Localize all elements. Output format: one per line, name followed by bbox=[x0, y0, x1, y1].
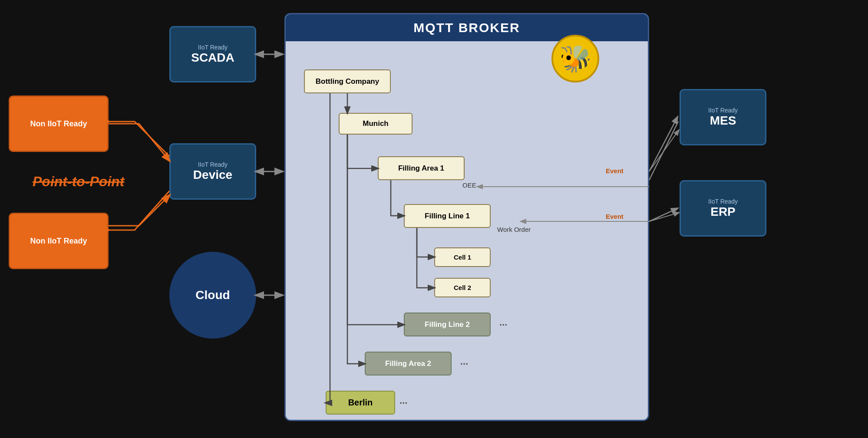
munich-label: Munich bbox=[363, 119, 389, 128]
filling-area-2-label: Filling Area 2 bbox=[385, 359, 431, 368]
dots-filling-line-2: ... bbox=[499, 317, 507, 328]
iiot-scada-box: IIoT Ready SCADA bbox=[169, 26, 256, 82]
svg-line-10 bbox=[649, 213, 679, 221]
cloud-label: Cloud bbox=[195, 288, 230, 302]
cloud-circle: Cloud bbox=[169, 252, 256, 339]
svg-line-9 bbox=[649, 130, 679, 171]
berlin-label: Berlin bbox=[348, 398, 373, 408]
hier-filling-area-2-box: Filling Area 2 bbox=[365, 352, 452, 375]
hier-cell-2-box: Cell 2 bbox=[434, 278, 491, 297]
filling-line-1-label: Filling Line 1 bbox=[425, 212, 470, 221]
scada-iiot-label: IIoT Ready bbox=[198, 44, 228, 51]
erp-iiot-label: IIoT Ready bbox=[708, 198, 738, 205]
non-iiot-2-label: Non IIoT Ready bbox=[30, 237, 87, 246]
svg-line-6 bbox=[649, 122, 678, 180]
hier-berlin-box: Berlin bbox=[326, 391, 395, 415]
scada-name: SCADA bbox=[191, 51, 234, 65]
hier-filling-line-1-box: Filling Line 1 bbox=[404, 204, 491, 228]
mqtt-broker-header: MQTT BROKER bbox=[286, 14, 648, 41]
point-to-point-label: Point-to-Point bbox=[33, 174, 124, 190]
filling-area-1-label: Filling Area 1 bbox=[398, 164, 444, 173]
iiot-erp-box: IIoT Ready ERP bbox=[680, 180, 766, 237]
dots-berlin: ... bbox=[399, 395, 407, 406]
iiot-mes-box: IIoT Ready MES bbox=[680, 89, 766, 145]
svg-line-7 bbox=[649, 208, 677, 221]
non-iiot-box-1: Non IIoT Ready bbox=[9, 96, 109, 152]
device-name: Device bbox=[193, 168, 232, 182]
mes-name: MES bbox=[710, 114, 736, 128]
bee-icon: 🐝 bbox=[551, 35, 599, 82]
hier-filling-area-1-box: Filling Area 1 bbox=[378, 156, 465, 180]
iiot-device-box: IIoT Ready Device bbox=[169, 143, 256, 200]
device-iiot-label: IIoT Ready bbox=[198, 161, 228, 168]
hier-filling-line-2-box: Filling Line 2 bbox=[404, 313, 491, 336]
cell-2-label: Cell 2 bbox=[454, 284, 471, 291]
work-order-label: Work Order bbox=[497, 226, 531, 233]
company-label: Bottling Company bbox=[316, 77, 379, 86]
hier-munich-box: Munich bbox=[339, 113, 413, 135]
svg-line-4 bbox=[649, 117, 677, 171]
non-iiot-1-label: Non IIoT Ready bbox=[30, 119, 87, 128]
hier-company-box: Bottling Company bbox=[304, 69, 391, 93]
event-1-label: Event bbox=[606, 167, 624, 175]
hier-cell-1-box: Cell 1 bbox=[434, 247, 491, 267]
event-2-label: Event bbox=[606, 213, 624, 220]
mes-iiot-label: IIoT Ready bbox=[708, 107, 738, 114]
cell-1-label: Cell 1 bbox=[454, 254, 471, 261]
non-iiot-box-2: Non IIoT Ready bbox=[9, 213, 109, 269]
dots-filling-area-2: ... bbox=[460, 356, 468, 367]
filling-line-2-label: Filling Line 2 bbox=[425, 320, 470, 329]
oee-label: OEE bbox=[462, 181, 476, 189]
erp-name: ERP bbox=[710, 205, 736, 219]
canvas: MQTT BROKER 🐝 Bottling Company Munich Fi… bbox=[0, 0, 868, 438]
